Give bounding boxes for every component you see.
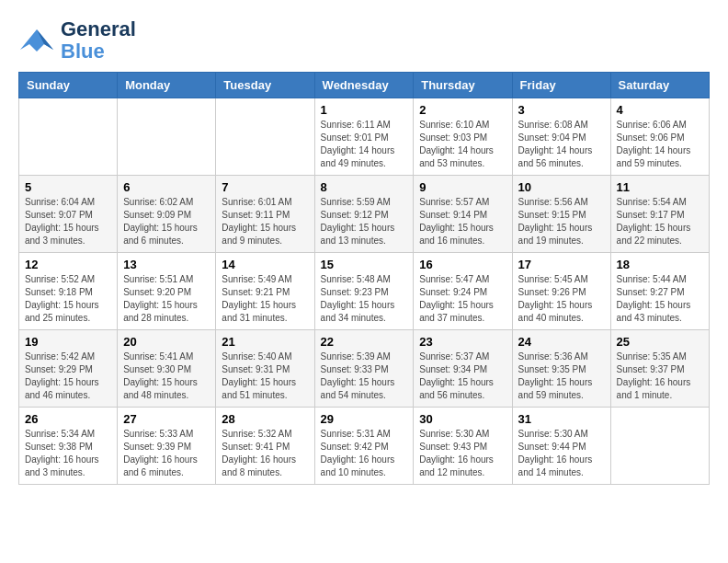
- calendar-cell: 18Sunrise: 5:44 AM Sunset: 9:27 PM Dayli…: [610, 253, 709, 330]
- calendar-cell: 7Sunrise: 6:01 AM Sunset: 9:11 PM Daylig…: [216, 176, 314, 253]
- calendar-cell: [216, 98, 314, 176]
- day-number: 29: [321, 412, 408, 426]
- day-info: Sunrise: 6:10 AM Sunset: 9:03 PM Dayligh…: [419, 119, 506, 170]
- calendar-cell: 21Sunrise: 5:40 AM Sunset: 9:31 PM Dayli…: [216, 330, 314, 408]
- calendar-cell: 13Sunrise: 5:51 AM Sunset: 9:20 PM Dayli…: [118, 253, 216, 330]
- day-info: Sunrise: 6:04 AM Sunset: 9:07 PM Dayligh…: [25, 196, 111, 247]
- day-info: Sunrise: 5:34 AM Sunset: 9:38 PM Dayligh…: [25, 428, 111, 479]
- day-number: 9: [419, 180, 506, 194]
- day-info: Sunrise: 5:51 AM Sunset: 9:20 PM Dayligh…: [123, 273, 210, 325]
- day-number: 23: [419, 335, 506, 349]
- weekday-header-row: SundayMondayTuesdayWednesdayThursdayFrid…: [19, 73, 710, 98]
- day-info: Sunrise: 6:06 AM Sunset: 9:06 PM Dayligh…: [617, 119, 703, 170]
- day-number: 8: [321, 180, 408, 194]
- calendar-cell: [610, 408, 709, 485]
- day-number: 22: [321, 335, 408, 349]
- day-number: 2: [419, 103, 506, 117]
- day-info: Sunrise: 5:57 AM Sunset: 9:14 PM Dayligh…: [419, 196, 506, 247]
- calendar-week-5: 26Sunrise: 5:34 AM Sunset: 9:38 PM Dayli…: [19, 408, 710, 485]
- weekday-header-wednesday: Wednesday: [314, 73, 414, 98]
- calendar-cell: 19Sunrise: 5:42 AM Sunset: 9:29 PM Dayli…: [19, 330, 118, 408]
- day-info: Sunrise: 5:39 AM Sunset: 9:33 PM Dayligh…: [321, 350, 408, 402]
- calendar-cell: 10Sunrise: 5:56 AM Sunset: 9:15 PM Dayli…: [512, 176, 610, 253]
- day-info: Sunrise: 5:59 AM Sunset: 9:12 PM Dayligh…: [321, 196, 408, 247]
- calendar-week-1: 1Sunrise: 6:11 AM Sunset: 9:01 PM Daylig…: [19, 98, 710, 176]
- day-number: 26: [25, 412, 111, 426]
- day-info: Sunrise: 5:47 AM Sunset: 9:24 PM Dayligh…: [419, 273, 506, 325]
- day-info: Sunrise: 6:01 AM Sunset: 9:11 PM Dayligh…: [222, 196, 308, 247]
- weekday-header-friday: Friday: [512, 73, 610, 98]
- calendar-cell: 3Sunrise: 6:08 AM Sunset: 9:04 PM Daylig…: [512, 98, 610, 176]
- day-number: 15: [321, 258, 408, 271]
- calendar-cell: 27Sunrise: 5:33 AM Sunset: 9:39 PM Dayli…: [118, 408, 216, 485]
- day-info: Sunrise: 6:08 AM Sunset: 9:04 PM Dayligh…: [518, 119, 605, 170]
- calendar-cell: 4Sunrise: 6:06 AM Sunset: 9:06 PM Daylig…: [610, 98, 709, 176]
- day-number: 30: [419, 412, 506, 426]
- day-info: Sunrise: 5:44 AM Sunset: 9:27 PM Dayligh…: [617, 273, 703, 325]
- weekday-header-monday: Monday: [118, 73, 216, 98]
- day-info: Sunrise: 5:37 AM Sunset: 9:34 PM Dayligh…: [419, 350, 506, 402]
- calendar-cell: 31Sunrise: 5:30 AM Sunset: 9:44 PM Dayli…: [512, 408, 610, 485]
- day-number: 11: [617, 180, 703, 194]
- calendar-cell: 9Sunrise: 5:57 AM Sunset: 9:14 PM Daylig…: [414, 176, 512, 253]
- calendar-week-3: 12Sunrise: 5:52 AM Sunset: 9:18 PM Dayli…: [19, 253, 710, 330]
- calendar-cell: 11Sunrise: 5:54 AM Sunset: 9:17 PM Dayli…: [610, 176, 709, 253]
- calendar-cell: 5Sunrise: 6:04 AM Sunset: 9:07 PM Daylig…: [19, 176, 118, 253]
- calendar-cell: [19, 98, 118, 176]
- logo: General Blue: [18, 18, 136, 63]
- calendar-cell: 12Sunrise: 5:52 AM Sunset: 9:18 PM Dayli…: [19, 253, 118, 330]
- day-info: Sunrise: 6:11 AM Sunset: 9:01 PM Dayligh…: [321, 119, 408, 170]
- calendar-cell: 23Sunrise: 5:37 AM Sunset: 9:34 PM Dayli…: [414, 330, 512, 408]
- page-header: General Blue: [18, 18, 710, 63]
- calendar-cell: 28Sunrise: 5:32 AM Sunset: 9:41 PM Dayli…: [216, 408, 314, 485]
- day-info: Sunrise: 5:54 AM Sunset: 9:17 PM Dayligh…: [617, 196, 703, 247]
- day-number: 4: [617, 103, 703, 117]
- day-number: 10: [518, 180, 605, 194]
- day-info: Sunrise: 5:41 AM Sunset: 9:30 PM Dayligh…: [123, 350, 210, 402]
- calendar-cell: 16Sunrise: 5:47 AM Sunset: 9:24 PM Dayli…: [414, 253, 512, 330]
- calendar-cell: 24Sunrise: 5:36 AM Sunset: 9:35 PM Dayli…: [512, 330, 610, 408]
- day-number: 7: [222, 180, 308, 194]
- logo-text: General Blue: [61, 18, 136, 63]
- day-number: 5: [25, 180, 111, 194]
- calendar-cell: 2Sunrise: 6:10 AM Sunset: 9:03 PM Daylig…: [414, 98, 512, 176]
- day-number: 18: [617, 258, 703, 271]
- day-info: Sunrise: 5:42 AM Sunset: 9:29 PM Dayligh…: [25, 350, 111, 402]
- calendar-cell: 29Sunrise: 5:31 AM Sunset: 9:42 PM Dayli…: [314, 408, 414, 485]
- calendar-cell: 30Sunrise: 5:30 AM Sunset: 9:43 PM Dayli…: [414, 408, 512, 485]
- day-info: Sunrise: 5:52 AM Sunset: 9:18 PM Dayligh…: [25, 273, 111, 325]
- day-number: 13: [123, 258, 210, 271]
- day-number: 14: [222, 258, 308, 271]
- calendar-cell: [118, 98, 216, 176]
- calendar-cell: 20Sunrise: 5:41 AM Sunset: 9:30 PM Dayli…: [118, 330, 216, 408]
- calendar-cell: 15Sunrise: 5:48 AM Sunset: 9:23 PM Dayli…: [314, 253, 414, 330]
- day-info: Sunrise: 5:45 AM Sunset: 9:26 PM Dayligh…: [518, 273, 605, 325]
- day-number: 17: [518, 258, 605, 271]
- day-info: Sunrise: 5:32 AM Sunset: 9:41 PM Dayligh…: [222, 428, 308, 479]
- day-number: 1: [321, 103, 408, 117]
- day-number: 12: [25, 258, 111, 271]
- day-number: 6: [123, 180, 210, 194]
- calendar-cell: 1Sunrise: 6:11 AM Sunset: 9:01 PM Daylig…: [314, 98, 414, 176]
- day-number: 19: [25, 335, 111, 349]
- calendar-cell: 22Sunrise: 5:39 AM Sunset: 9:33 PM Dayli…: [314, 330, 414, 408]
- day-number: 24: [518, 335, 605, 349]
- day-info: Sunrise: 5:48 AM Sunset: 9:23 PM Dayligh…: [321, 273, 408, 325]
- calendar-cell: 14Sunrise: 5:49 AM Sunset: 9:21 PM Dayli…: [216, 253, 314, 330]
- day-info: Sunrise: 5:40 AM Sunset: 9:31 PM Dayligh…: [222, 350, 308, 402]
- calendar-cell: 26Sunrise: 5:34 AM Sunset: 9:38 PM Dayli…: [19, 408, 118, 485]
- calendar-cell: 17Sunrise: 5:45 AM Sunset: 9:26 PM Dayli…: [512, 253, 610, 330]
- weekday-header-saturday: Saturday: [610, 73, 709, 98]
- day-number: 25: [617, 335, 703, 349]
- day-number: 28: [222, 412, 308, 426]
- calendar-cell: 6Sunrise: 6:02 AM Sunset: 9:09 PM Daylig…: [118, 176, 216, 253]
- day-number: 21: [222, 335, 308, 349]
- weekday-header-sunday: Sunday: [19, 73, 118, 98]
- weekday-header-tuesday: Tuesday: [216, 73, 314, 98]
- day-number: 20: [123, 335, 210, 349]
- day-info: Sunrise: 5:30 AM Sunset: 9:43 PM Dayligh…: [419, 428, 506, 479]
- svg-marker-0: [20, 29, 53, 52]
- day-info: Sunrise: 5:30 AM Sunset: 9:44 PM Dayligh…: [518, 428, 605, 479]
- day-info: Sunrise: 5:35 AM Sunset: 9:37 PM Dayligh…: [617, 350, 703, 402]
- day-info: Sunrise: 5:56 AM Sunset: 9:15 PM Dayligh…: [518, 196, 605, 247]
